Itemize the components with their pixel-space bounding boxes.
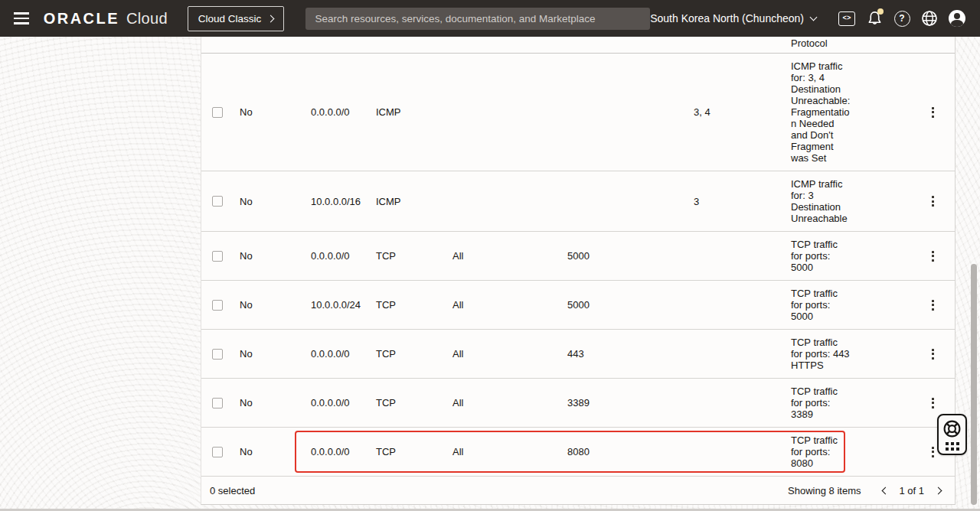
cell-stateless: No (240, 250, 311, 262)
row-actions-cell (927, 193, 955, 210)
cell-source-port-range: All (452, 250, 567, 262)
kebab-menu-icon[interactable] (927, 346, 939, 363)
next-page-button[interactable] (929, 482, 946, 499)
page-indicator: 1 of 1 (899, 485, 924, 496)
brand-oracle: ORACLE (44, 10, 119, 28)
cell-ip-protocol: TCP (376, 446, 452, 457)
drag-handle-dots-icon (946, 442, 959, 451)
security-rules-table: Protocol No 0.0.0.0/0 ICMP 3, 4 ICMP tra… (201, 37, 956, 505)
oracle-cloud-logo[interactable]: ORACLE Cloud (44, 10, 168, 28)
cell-ip-protocol: ICMP (376, 106, 452, 118)
cell-destination-port-range: 3389 (567, 397, 694, 408)
cloud-classic-label: Cloud Classic (198, 13, 262, 24)
cell-source-cidr: 10.0.0.0/24 (311, 299, 376, 311)
table-row: No 10.0.0.0/16 ICMP 3 ICMP traffic for: … (201, 171, 955, 232)
cloud-shell-icon[interactable]: <> (837, 8, 857, 28)
row-checkbox[interactable] (212, 398, 223, 408)
cell-source-cidr: 10.0.0.0/16 (311, 196, 376, 207)
selected-count: 0 selected (210, 485, 255, 496)
clipped-description-text: Protocol (791, 37, 828, 49)
cell-description: TCP traffic for ports: 8080 (791, 435, 927, 469)
notifications-bell-icon[interactable] (864, 8, 884, 28)
hamburger-menu-icon[interactable] (8, 0, 33, 37)
cell-description: TCP traffic for ports: 443 HTTPS (791, 337, 927, 371)
row-checkbox[interactable] (212, 349, 223, 360)
cell-description: ICMP traffic for: 3, 4 Destination Unrea… (791, 60, 927, 164)
cell-stateless: No (240, 196, 311, 207)
cell-source-port-range: All (452, 446, 567, 457)
cell-stateless: No (240, 299, 311, 311)
globe-icon (921, 10, 938, 27)
kebab-menu-icon[interactable] (927, 395, 939, 412)
row-checkbox[interactable] (212, 196, 223, 207)
cell-source-cidr: 0.0.0.0/0 (311, 446, 376, 457)
vertical-scrollbar-thumb[interactable] (971, 264, 977, 505)
cell-source-cidr: 0.0.0.0/0 (311, 106, 376, 118)
table-row: No 0.0.0.0/0 TCP All 8080 TCP traffic fo… (201, 428, 955, 476)
cell-stateless: No (240, 348, 311, 360)
cell-source-cidr: 0.0.0.0/0 (311, 250, 376, 262)
cell-description: ICMP traffic for: 3 Destination Unreacha… (791, 178, 927, 224)
brand-cloud: Cloud (126, 10, 168, 28)
row-actions-cell (927, 395, 955, 412)
row-actions-cell (927, 346, 955, 363)
cell-type-and-code: 3, 4 (694, 106, 791, 118)
row-actions-cell (927, 248, 955, 265)
kebab-menu-icon[interactable] (927, 193, 939, 210)
previous-page-button[interactable] (877, 482, 893, 499)
cell-ip-protocol: TCP (376, 299, 452, 311)
cell-stateless: No (240, 446, 311, 457)
notification-badge (877, 8, 884, 15)
row-checkbox-cell (201, 447, 240, 457)
cell-source-port-range: All (452, 397, 567, 408)
cell-description: TCP traffic for ports: 5000 (791, 239, 927, 273)
table-row: No 0.0.0.0/0 TCP All 3389 TCP traffic fo… (201, 379, 955, 428)
cell-destination-port-range: 443 (567, 348, 694, 360)
kebab-menu-icon[interactable] (927, 297, 939, 314)
cell-ip-protocol: TCP (376, 250, 452, 262)
table-footer: 0 selected Showing 8 items 1 of 1 (201, 476, 955, 504)
topbar-right-group: South Korea North (Chuncheon) <> ? (650, 8, 971, 28)
cell-destination-port-range: 5000 (567, 299, 694, 311)
row-checkbox-cell (201, 251, 240, 262)
region-selector[interactable]: South Korea North (Chuncheon) (650, 12, 816, 24)
row-checkbox-cell (201, 300, 240, 311)
table-row: No 0.0.0.0/0 ICMP 3, 4 ICMP traffic for:… (201, 54, 955, 171)
cell-ip-protocol: ICMP (376, 196, 452, 207)
cell-source-cidr: 0.0.0.0/0 (311, 348, 376, 360)
table-row: No 10.0.0.0/24 TCP All 5000 TCP traffic … (201, 281, 955, 330)
table-row: No 0.0.0.0/0 TCP All 443 TCP traffic for… (201, 330, 955, 379)
row-checkbox[interactable] (212, 107, 223, 118)
cell-stateless: No (240, 106, 311, 118)
page-background: Protocol No 0.0.0.0/0 ICMP 3, 4 ICMP tra… (0, 37, 980, 511)
chevron-down-icon (810, 14, 818, 21)
row-checkbox-cell (201, 107, 240, 118)
row-actions-cell (927, 297, 955, 314)
cell-source-port-range: All (452, 348, 567, 360)
avatar (949, 10, 965, 27)
support-floating-button[interactable] (937, 414, 967, 455)
row-actions-cell (927, 104, 955, 121)
help-icon[interactable]: ? (892, 8, 912, 28)
cell-source-port-range: All (452, 299, 567, 311)
row-checkbox-cell (201, 196, 240, 207)
cell-ip-protocol: TCP (376, 397, 452, 408)
cell-description: TCP traffic for ports: 5000 (791, 288, 927, 322)
top-navigation-bar: ORACLE Cloud Cloud Classic South Korea N… (0, 0, 980, 37)
search-input[interactable] (305, 8, 650, 30)
row-checkbox[interactable] (212, 300, 223, 311)
profile-avatar-icon[interactable] (947, 8, 967, 28)
kebab-menu-icon[interactable] (927, 104, 939, 121)
showing-items-text: Showing 8 items (788, 485, 861, 496)
cell-destination-port-range: 5000 (567, 250, 694, 262)
row-checkbox[interactable] (212, 447, 223, 457)
lifering-icon (942, 419, 962, 438)
cell-stateless: No (240, 397, 311, 408)
row-checkbox[interactable] (212, 251, 223, 262)
cell-destination-port-range: 8080 (567, 446, 694, 457)
rules-table-body: No 0.0.0.0/0 ICMP 3, 4 ICMP traffic for:… (201, 54, 955, 476)
language-globe-icon[interactable] (920, 8, 939, 28)
kebab-menu-icon[interactable] (927, 248, 939, 265)
table-row: No 0.0.0.0/0 TCP All 5000 TCP traffic fo… (201, 232, 955, 281)
cloud-classic-button[interactable]: Cloud Classic (188, 6, 285, 31)
